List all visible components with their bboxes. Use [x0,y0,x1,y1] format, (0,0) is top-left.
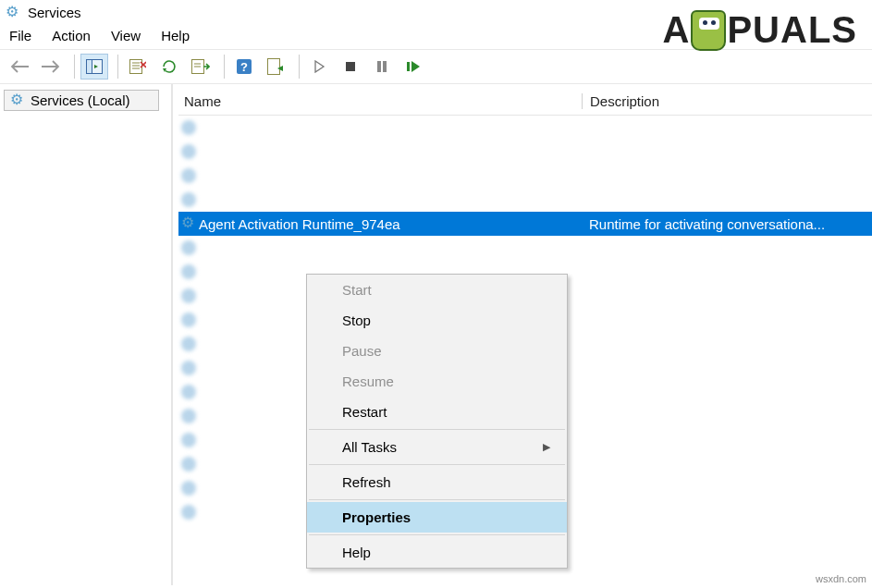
svg-rect-17 [377,61,381,72]
properties-button[interactable] [262,54,289,80]
watermark-mascot-icon [691,10,726,51]
svg-rect-16 [346,62,355,71]
service-row-blurred[interactable] [178,140,872,164]
gear-icon [178,216,199,231]
restart-service-button[interactable] [399,54,427,80]
gear-icon [181,312,196,327]
gear-icon [181,120,196,135]
svg-rect-13 [268,59,280,75]
svg-rect-3 [130,60,142,74]
context-menu-start[interactable]: Start [307,275,567,305]
menu-file[interactable]: File [9,28,31,43]
gear-icon [181,361,196,375]
service-description: Runtime for activating conversationa... [582,216,872,232]
toolbar: ? [0,49,872,84]
context-menu-item-label: All Tasks [342,439,397,455]
svg-marker-20 [411,61,420,72]
window-title: Services [28,5,81,20]
context-menu-resume[interactable]: Resume [307,366,567,397]
toolbar-separator [74,55,75,79]
context-menu-pause[interactable]: Pause [307,336,567,366]
gear-icon [10,93,25,108]
tree-item-services-local[interactable]: Services (Local) [4,90,159,111]
tree-item-label: Services (Local) [31,92,130,108]
gear-icon [181,481,196,496]
context-menu-separator [309,499,565,500]
context-menu-separator [309,534,565,535]
list-header: Name Description [178,90,872,116]
menu-view[interactable]: View [111,28,141,43]
context-menu-separator [309,464,565,465]
appuals-watermark: A PUALS [663,9,857,51]
gear-icon [181,385,196,399]
gear-icon [181,433,196,447]
delete-button[interactable] [124,54,152,80]
gear-icon [181,192,196,207]
refresh-button[interactable] [155,54,183,80]
svg-rect-18 [383,61,387,72]
context-menu-stop[interactable]: Stop [307,305,567,336]
context-menu-properties[interactable]: Properties [307,502,567,533]
service-row-blurred[interactable] [178,116,872,140]
gear-icon [181,505,196,520]
svg-marker-15 [315,61,324,72]
export-list-button[interactable] [187,54,215,80]
menu-help[interactable]: Help [161,28,190,43]
svg-text:?: ? [240,60,248,74]
toolbar-separator [299,55,300,79]
pause-service-button[interactable] [368,54,396,80]
gear-icon [181,144,196,159]
services-icon [6,6,20,20]
toolbar-separator [224,55,225,79]
watermark-letter-a: A [663,9,691,51]
context-menu-refresh[interactable]: Refresh [307,467,567,497]
column-header-name[interactable]: Name [178,93,582,109]
help-button[interactable]: ? [230,54,258,80]
nav-forward-button[interactable] [37,54,65,80]
menu-action[interactable]: Action [52,28,91,43]
gear-icon [181,168,196,183]
service-row-blurred[interactable] [178,188,872,212]
context-menu-help[interactable]: Help [307,537,567,568]
source-label: wsxdn.com [816,573,866,584]
toolbar-separator [117,55,118,79]
stop-service-button[interactable] [337,54,364,80]
context-menu-restart[interactable]: Restart [307,397,567,427]
service-row-blurred[interactable] [178,164,872,188]
gear-icon [181,457,196,472]
service-row-blurred[interactable] [178,236,872,260]
service-name: Agent Activation Runtime_974ea [199,216,582,232]
context-menu: Start Stop Pause Resume Restart All Task… [306,274,568,569]
chevron-right-icon: ▶ [543,441,550,453]
nav-back-button[interactable] [6,54,33,80]
svg-rect-1 [87,60,92,74]
context-menu-all-tasks[interactable]: All Tasks ▶ [307,432,567,462]
column-header-description[interactable]: Description [582,93,659,109]
gear-icon [181,264,196,279]
context-menu-separator [309,429,565,430]
service-row-selected[interactable]: Agent Activation Runtime_974ea Runtime f… [178,212,872,236]
watermark-letters-rest: PUALS [727,9,857,51]
gear-icon [181,409,196,423]
console-tree: Services (Local) [0,84,172,585]
gear-icon [181,337,196,351]
svg-rect-19 [407,62,410,71]
start-service-button[interactable] [305,54,333,80]
show-hide-tree-button[interactable] [80,54,108,80]
gear-icon [181,288,196,303]
gear-icon [181,240,196,255]
